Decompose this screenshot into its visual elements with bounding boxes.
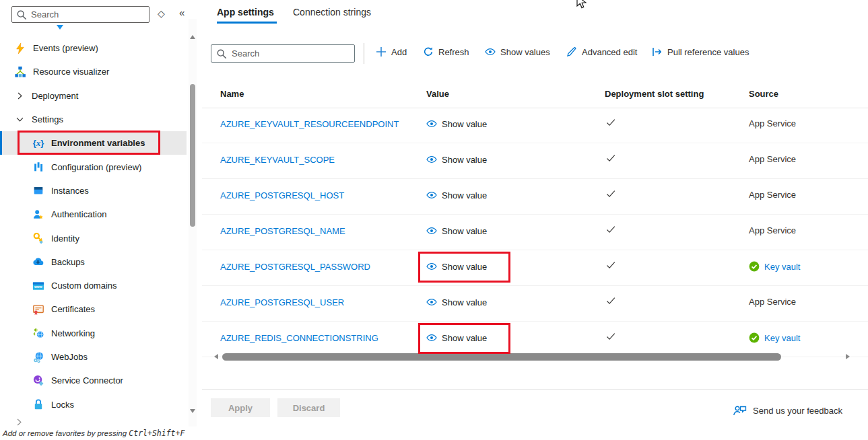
eye-icon [426,332,437,343]
show-value-button[interactable]: Show value [426,225,487,236]
sidebar-item-locks[interactable]: Locks [0,392,187,416]
show-value-button[interactable]: Show value [426,190,487,200]
sidebar-item-label: Deployment [32,91,78,101]
show-value-button[interactable]: Show value [426,261,487,272]
sidebar-item-configuration-preview[interactable]: Configuration (preview) [0,155,187,178]
sidebar-item-deployment[interactable]: Deployment [0,84,187,108]
sidebar-item-identity[interactable]: Identity [0,226,187,250]
authentication-person-icon [32,209,44,221]
show-value-button[interactable]: Show value [426,154,487,165]
lock-icon [32,398,44,410]
env-var-name-link[interactable]: AZURE_POSTGRESQL_PASSWORD [220,262,370,272]
source-cell: App Service [749,118,796,129]
sidebar-item-backups[interactable]: Backups [0,250,187,274]
env-var-name-link[interactable]: AZURE_KEYVAULT_RESOURCEENDPOINT [220,119,399,129]
key-vault-badge-icon [749,332,760,343]
toolbar-search [211,44,355,63]
identity-key-icon [32,232,44,244]
horizontal-scrollbar[interactable] [211,353,853,361]
send-feedback-link[interactable]: Send us your feedback [733,404,842,416]
toolbar-divider [364,43,364,64]
eye-icon [426,154,437,165]
sidebar-item-instances[interactable]: Instances [0,179,187,203]
advanced-edit-button[interactable]: Advanced edit [566,46,637,57]
sidebar-item-custom-domains[interactable]: wwwCustom domains [0,274,187,297]
source-label: Key vault [764,262,800,272]
show-value-button[interactable]: Show value [426,118,487,129]
table-row-azure-keyvault-resourceendpoint: AZURE_KEYVAULT_RESOURCEENDPOINTShow valu… [202,108,868,143]
env-var-name-link[interactable]: AZURE_POSTGRESQL_USER [220,297,344,307]
source-cell[interactable]: Key vault [749,261,800,272]
source-cell: App Service [749,297,796,307]
sidebar-item-label: Networking [51,328,95,338]
sidebar-scrollbar[interactable] [189,19,197,427]
column-header-name: Name [220,89,244,99]
chevron-right-icon [13,89,26,102]
source-cell[interactable]: Key vault [749,332,800,343]
sidebar-item-label: WebJobs [51,352,88,362]
show-value-button[interactable]: Show value [426,332,487,343]
apply-button[interactable]: Apply [211,398,270,417]
key-vault-badge-icon [749,261,760,272]
networking-globe-icon [32,327,44,339]
favorites-hint-text: Add or remove favorites by pressing [3,429,129,437]
environment-variables-pane: App settings Connection strings AddRefre… [202,0,868,440]
source-cell: App Service [749,154,796,164]
scrollbar-thumb[interactable] [190,84,195,227]
scrollbar-up-arrow-icon[interactable] [190,32,195,39]
show-values-button[interactable]: Show values [485,46,550,57]
sidebar-item-webjobs[interactable]: WebJobs [0,345,187,369]
table-row-azure-keyvault-scope: AZURE_KEYVAULT_SCOPEShow valueApp Servic… [202,143,868,179]
configuration-bars-icon [32,161,44,173]
collapse-sidebar-icon[interactable]: « [179,7,185,18]
add-button[interactable]: Add [376,46,407,57]
pin-icon[interactable]: ◇ [158,8,165,19]
pull-reference-values-button[interactable]: Pull reference values [652,46,749,57]
column-header-value: Value [426,89,449,99]
sidebar-search-input[interactable] [11,6,149,23]
source-label: App Service [749,225,796,235]
env-var-name-link[interactable]: AZURE_KEYVAULT_SCOPE [220,155,335,165]
scrollbar-left-arrow-icon[interactable] [211,354,218,359]
sidebar-item-resource-visualizer[interactable]: Resource visualizer [0,60,187,83]
sidebar-item-label: Backups [51,257,85,267]
toolbar-button-label: Add [391,47,407,57]
show-value-label: Show value [442,119,487,129]
sidebar-item-service-connector[interactable]: Service Connector [0,369,187,392]
sidebar-item-label: Resource visualizer [33,67,109,77]
show-value-button[interactable]: Show value [426,297,487,307]
scrollbar-thumb[interactable] [222,353,781,361]
discard-button[interactable]: Discard [277,398,340,417]
source-label: App Service [749,154,796,164]
sidebar-item-events-preview[interactable]: Events (preview) [0,36,187,60]
sidebar-item-certificates[interactable]: Certificates [0,297,187,321]
env-var-name-link[interactable]: AZURE_REDIS_CONNECTIONSTRING [220,333,378,343]
sidebar-item-authentication[interactable]: Authentication [0,203,187,226]
sidebar-item-label: Custom domains [51,281,117,291]
pencil-icon [566,46,577,57]
sidebar-item-label: Service Connector [51,375,123,386]
feedback-person-icon [733,404,747,416]
sidebar-item-networking[interactable]: Networking [0,322,187,345]
scrollbar-down-arrow-icon[interactable] [190,409,195,416]
tab-connection-strings[interactable]: Connection strings [293,7,371,17]
sidebar-item-label: Identity [51,233,79,244]
env-var-name-link[interactable]: AZURE_POSTGRESQL_NAME [220,226,345,236]
selected-indicator-bar [0,131,2,155]
table-row-azure-postgresql-user: AZURE_POSTGRESQL_USERShow valueApp Servi… [202,286,868,322]
toolbar-button-label: Refresh [438,47,469,57]
checkmark-icon [605,260,616,273]
checkmark-icon [605,331,616,344]
tab-app-settings[interactable]: App settings [217,7,274,17]
toolbar-search-input[interactable] [211,44,355,63]
env-var-name-link[interactable]: AZURE_POSTGRESQL_HOST [220,190,344,200]
sidebar-item-environment-variables[interactable]: {x}Environment variables [0,131,187,155]
scrollbar-right-arrow-icon[interactable] [846,354,853,359]
resource-menu-sidebar: ◇ « Events (preview)Resource visualizerD… [0,0,199,440]
table-body: AZURE_KEYVAULT_RESOURCEENDPOINTShow valu… [202,108,868,357]
custom-domains-www-icon: www [32,280,44,292]
source-label: App Service [749,118,796,129]
sidebar-item-label: Environment variables [51,138,145,148]
refresh-button[interactable]: Refresh [423,46,469,57]
sidebar-item-settings[interactable]: Settings [0,108,187,131]
